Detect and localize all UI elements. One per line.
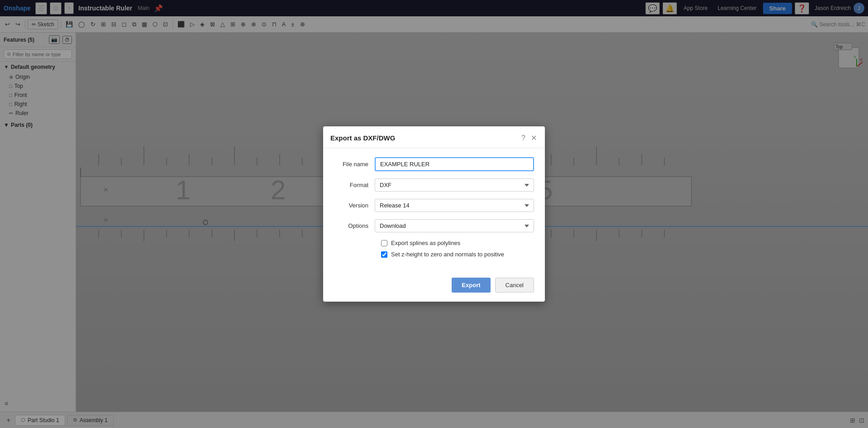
- version-label: Version: [334, 202, 375, 209]
- export-dialog: Export as DXF/DWG ? ✕ File name Format D…: [323, 126, 545, 302]
- export-splines-checkbox[interactable]: [381, 240, 387, 246]
- file-name-label: File name: [334, 161, 375, 168]
- dialog-body: File name Format DXF DWG Version Release…: [323, 148, 545, 271]
- modal-overlay[interactable]: Export as DXF/DWG ? ✕ File name Format D…: [0, 0, 868, 428]
- export-button[interactable]: Export: [452, 278, 490, 293]
- export-splines-row: Export splines as polylines: [334, 240, 534, 246]
- dialog-footer: Export Cancel: [323, 271, 545, 302]
- dialog-close-button[interactable]: ✕: [530, 133, 538, 143]
- dialog-header: Export as DXF/DWG ? ✕: [323, 126, 545, 148]
- set-z-height-row: Set z-height to zero and normals to posi…: [334, 251, 534, 258]
- file-name-input[interactable]: [375, 157, 534, 171]
- set-z-height-label[interactable]: Set z-height to zero and normals to posi…: [391, 251, 504, 258]
- format-label: Format: [334, 182, 375, 188]
- dialog-header-icons: ? ✕: [520, 133, 538, 143]
- version-row: Version Release 9 Release 10 Release 11 …: [334, 199, 534, 212]
- dialog-help-button[interactable]: ?: [520, 133, 526, 143]
- options-select[interactable]: Download Save to cloud: [375, 219, 534, 232]
- options-label: Options: [334, 222, 375, 229]
- cancel-button[interactable]: Cancel: [495, 278, 534, 293]
- file-name-row: File name: [334, 157, 534, 171]
- format-row: Format DXF DWG: [334, 178, 534, 192]
- export-splines-label[interactable]: Export splines as polylines: [391, 240, 460, 246]
- set-z-height-checkbox[interactable]: [381, 251, 387, 258]
- options-row: Options Download Save to cloud: [334, 219, 534, 232]
- format-select[interactable]: DXF DWG: [375, 178, 534, 192]
- dialog-title: Export as DXF/DWG: [330, 134, 395, 142]
- version-select[interactable]: Release 9 Release 10 Release 11 Release …: [375, 199, 534, 212]
